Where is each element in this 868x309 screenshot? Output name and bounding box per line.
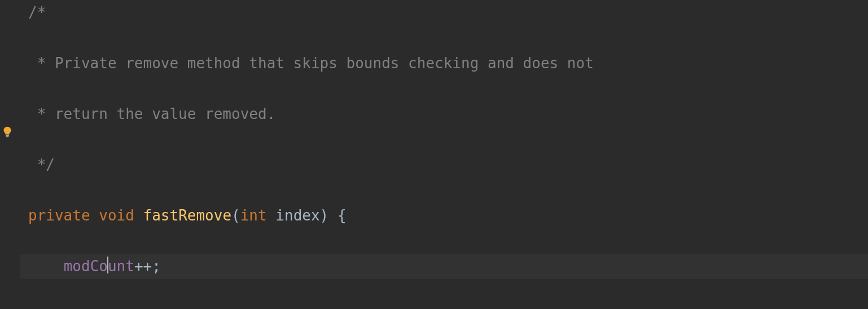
svg-rect-0	[6, 135, 9, 136]
code-editor[interactable]: /* * Private remove method that skips bo…	[0, 0, 868, 309]
code-line: /*	[20, 0, 868, 25]
keyword-int: int	[240, 207, 267, 224]
code-line: int numMoved = size - index - 1;	[20, 304, 868, 309]
lightbulb-icon[interactable]	[1, 121, 14, 133]
editor-gutter	[0, 0, 20, 309]
field-modcount: modCo	[64, 258, 108, 275]
doc-comment: /*	[28, 4, 46, 21]
doc-comment: */	[28, 156, 55, 173]
code-line: * Private remove method that skips bound…	[20, 51, 868, 76]
code-line-current: modCount++;	[20, 254, 868, 279]
svg-rect-1	[6, 136, 9, 137]
code-line: */	[20, 152, 868, 178]
code-line: * return the value removed.	[20, 101, 868, 127]
doc-comment: * return the value removed.	[28, 105, 275, 122]
method-name: fastRemove	[143, 207, 232, 224]
code-content[interactable]: /* * Private remove method that skips bo…	[20, 0, 868, 309]
keyword-void: void	[99, 207, 134, 224]
code-line: private void fastRemove(int index) {	[20, 203, 868, 228]
doc-comment: * Private remove method that skips bound…	[28, 55, 594, 72]
keyword-private: private	[28, 207, 90, 224]
